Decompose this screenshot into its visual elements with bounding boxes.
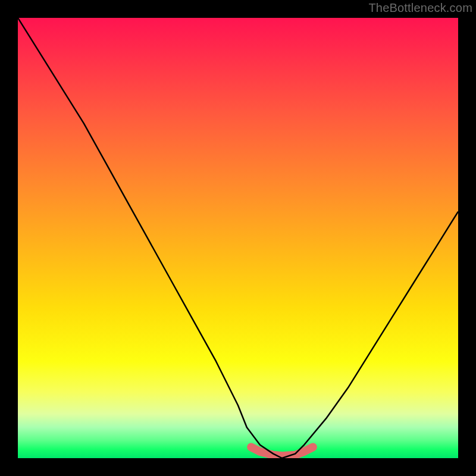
bottleneck-curve: [18, 18, 458, 458]
plot-area: [18, 18, 458, 458]
curve-svg: [18, 18, 458, 458]
watermark-text: TheBottleneck.com: [368, 1, 472, 15]
highlight-segment: [251, 447, 313, 456]
chart-frame: TheBottleneck.com: [0, 0, 476, 476]
